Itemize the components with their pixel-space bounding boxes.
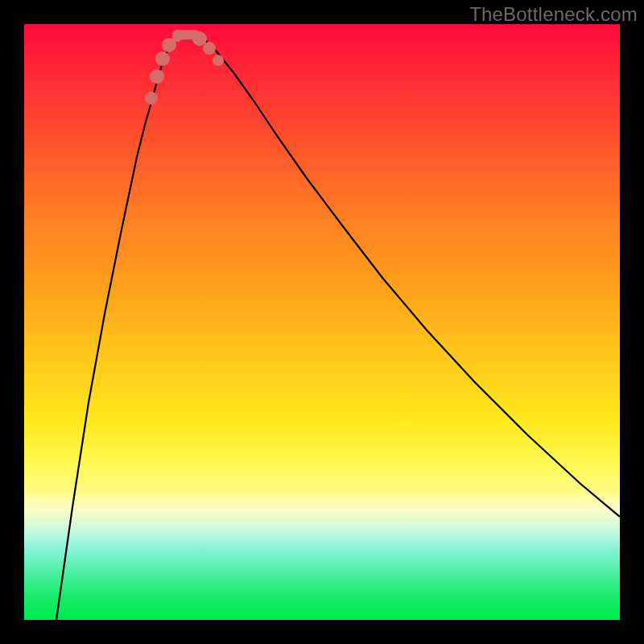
watermark-text: TheBottleneck.com bbox=[469, 3, 638, 26]
curve-marker bbox=[155, 52, 170, 66]
curve-marker bbox=[192, 31, 207, 46]
bottleneck-curve bbox=[56, 35, 620, 620]
curve-layer bbox=[24, 24, 620, 620]
chart-frame: TheBottleneck.com bbox=[0, 0, 644, 644]
marker-group bbox=[145, 31, 224, 105]
curve-marker bbox=[172, 32, 182, 42]
curve-marker bbox=[213, 55, 224, 66]
plot-area bbox=[24, 24, 620, 620]
curve-marker bbox=[145, 92, 158, 105]
curve-marker bbox=[150, 69, 164, 84]
curve-marker bbox=[203, 42, 216, 55]
